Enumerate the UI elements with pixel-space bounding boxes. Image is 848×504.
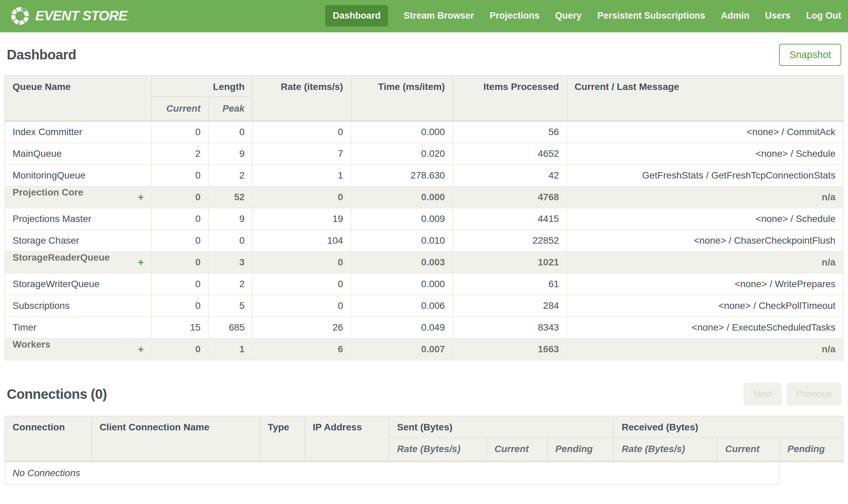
nav-item-admin[interactable]: Admin — [721, 5, 749, 26]
queue-name-cell: Subscriptions — [5, 295, 151, 317]
nav-item-users[interactable]: Users — [765, 5, 790, 26]
queue-row: MainQueue 2 9 7 0.020 4652 <none> / Sche… — [5, 143, 843, 165]
rate-cell: 26 — [253, 317, 351, 338]
queue-row[interactable]: StorageReaderQueue+ 0 3 0 0.003 1021 n/a — [5, 252, 843, 273]
rate-cell: 104 — [253, 230, 351, 252]
queue-row: Timer 15 685 26 0.049 8343 <none> / Exec… — [5, 317, 843, 338]
time-cell: 0.003 — [351, 252, 453, 273]
items-processed-cell: 61 — [453, 273, 567, 295]
message-cell: <none> / ExecuteScheduledTasks — [567, 317, 843, 338]
current-length-cell: 0 — [151, 208, 208, 230]
connections-pagination: Next Previous — [744, 383, 841, 406]
items-processed-cell: 8343 — [453, 317, 567, 338]
page-header-row: Dashboard Snapshot — [7, 44, 841, 66]
queues-table-body: Index Committer 0 0 0 0.000 56 <none> / … — [5, 121, 843, 360]
message-cell: <none> / CheckPollTimeout — [567, 295, 843, 317]
length-peak-header: Peak — [209, 97, 253, 121]
queues-table-header: Queue Name Length Rate (items/s) Time (m… — [5, 76, 843, 121]
event-store-logo[interactable]: EVENT STORE. — [10, 6, 128, 26]
connections-header-row: Connections (0) Next Previous — [7, 383, 841, 406]
items-processed-cell: 4415 — [453, 208, 567, 230]
items-processed-cell: 42 — [453, 165, 567, 186]
items-processed-cell: 56 — [453, 121, 567, 143]
items-processed-cell: 4652 — [453, 143, 567, 165]
nav-item-projections[interactable]: Projections — [489, 5, 539, 26]
queue-name-header: Queue Name — [5, 76, 151, 121]
queue-name-cell: Timer — [5, 317, 151, 338]
queue-row[interactable]: Workers+ 0 1 6 0.007 1663 n/a — [5, 338, 843, 360]
queue-name-cell: Workers+ — [5, 338, 151, 360]
registered-mark: . — [127, 16, 128, 21]
message-cell: n/a — [567, 252, 843, 273]
nav-item-persistent-subscriptions[interactable]: Persistent Subscriptions — [597, 5, 705, 26]
main-nav: DashboardStream BrowserProjectionsQueryP… — [325, 5, 841, 26]
peak-length-cell: 685 — [209, 317, 253, 338]
expand-icon[interactable]: + — [138, 339, 144, 359]
received-rate-header: Rate (Bytes/s) — [614, 437, 717, 462]
time-cell: 0.006 — [351, 295, 453, 317]
rate-cell: 1 — [253, 165, 351, 186]
queue-name-cell: StorageWriterQueue — [5, 273, 151, 295]
nav-item-query[interactable]: Query — [555, 5, 581, 26]
message-cell: n/a — [567, 338, 843, 360]
peak-length-cell: 2 — [209, 273, 253, 295]
queue-name-cell: MainQueue — [5, 143, 151, 165]
nav-item-stream-browser[interactable]: Stream Browser — [404, 5, 474, 26]
previous-button[interactable]: Previous — [787, 383, 841, 406]
current-length-cell: 0 — [151, 338, 208, 360]
items-processed-cell: 284 — [453, 295, 567, 317]
current-length-cell: 0 — [151, 230, 208, 252]
time-cell: 0.007 — [351, 338, 453, 360]
time-cell: 0.049 — [351, 317, 453, 338]
queue-name-cell: Storage Chaser — [5, 230, 151, 252]
length-header: Length — [151, 76, 252, 97]
rate-cell: 6 — [253, 338, 351, 360]
rate-cell: 7 — [253, 143, 351, 165]
sent-bytes-header: Sent (Bytes) — [389, 416, 614, 437]
items-processed-cell: 22852 — [453, 230, 567, 252]
queues-table: Queue Name Length Rate (items/s) Time (m… — [4, 75, 844, 360]
received-bytes-header: Received (Bytes) — [614, 416, 843, 437]
peak-length-cell: 0 — [209, 121, 253, 143]
received-pending-header: Pending — [779, 437, 843, 462]
nav-item-dashboard[interactable]: Dashboard — [325, 5, 388, 26]
expand-icon[interactable]: + — [138, 187, 144, 208]
current-length-cell: 0 — [151, 165, 208, 186]
rate-cell: 0 — [253, 186, 351, 208]
page-title: Dashboard — [7, 47, 76, 62]
peak-length-cell: 3 — [209, 252, 253, 273]
received-current-header: Current — [717, 437, 779, 462]
time-cell: 0.000 — [351, 273, 453, 295]
nav-item-log-out[interactable]: Log Out — [806, 5, 841, 26]
time-cell: 278.630 — [351, 165, 453, 186]
current-length-cell: 0 — [151, 273, 208, 295]
items-processed-cell: 1663 — [453, 338, 567, 360]
queue-row: StorageWriterQueue 0 2 0 0.000 61 <none>… — [5, 273, 843, 295]
connections-table-header: Connection Client Connection Name Type I… — [5, 416, 843, 462]
type-header: Type — [260, 416, 305, 462]
queue-row: Projections Master 0 9 19 0.009 4415 <no… — [5, 208, 843, 230]
length-current-header: Current — [151, 97, 208, 121]
no-connections-row: No Connections — [5, 461, 843, 484]
current-length-cell: 0 — [151, 121, 208, 143]
peak-length-cell: 52 — [209, 186, 253, 208]
time-cell: 0.000 — [351, 121, 453, 143]
client-connection-name-header: Client Connection Name — [92, 416, 260, 462]
queue-row[interactable]: Projection Core+ 0 52 0 0.000 4768 n/a — [5, 186, 843, 208]
queue-row: Index Committer 0 0 0 0.000 56 <none> / … — [5, 121, 843, 143]
main-content: Dashboard Snapshot Queue Name Length Rat… — [0, 44, 848, 485]
next-button[interactable]: Next — [744, 383, 782, 406]
current-length-cell: 15 — [151, 317, 208, 338]
expand-icon[interactable]: + — [138, 252, 144, 272]
message-cell: GetFreshStats / GetFreshTcpConnectionSta… — [567, 165, 843, 186]
snapshot-button[interactable]: Snapshot — [779, 44, 841, 66]
message-cell: n/a — [567, 186, 843, 208]
message-cell: <none> / CommitAck — [567, 121, 843, 143]
sent-rate-header: Rate (Bytes/s) — [389, 437, 486, 462]
queue-row: Subscriptions 0 5 0 0.006 284 <none> / C… — [5, 295, 843, 317]
peak-length-cell: 5 — [209, 295, 253, 317]
connections-title: Connections (0) — [7, 386, 107, 402]
queue-name-cell: Projection Core+ — [5, 186, 151, 208]
queue-row: MonitoringQueue 0 2 1 278.630 42 GetFres… — [5, 165, 843, 186]
rate-cell: 0 — [253, 295, 351, 317]
